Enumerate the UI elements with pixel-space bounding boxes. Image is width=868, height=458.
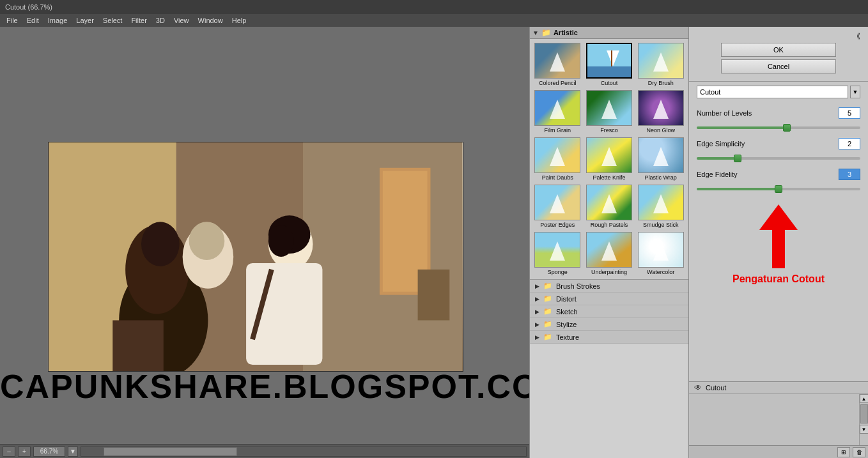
filter-panel-header: ▼ 📁 Artistic [530,27,688,39]
filter-label-underpainting: Underpainting [591,269,627,275]
settings-panel: ⟪ OK Cancel Cutout ▼ Number of Levels 5 [689,27,868,458]
filter-thumb-paint-daubs [534,137,580,173]
filter-fresco[interactable]: Fresco [584,89,635,135]
filter-cutout[interactable]: Cutout [584,42,635,88]
scroll-thumb[interactable] [860,404,868,424]
ok-button[interactable]: OK [721,43,836,57]
layer-action-button-1[interactable]: ⊞ [837,447,850,457]
number-of-levels-thumb[interactable] [783,124,791,132]
collapse-button[interactable]: ▼ [532,29,539,36]
menu-bar: File Edit Image Layer Select Filter 3D V… [0,14,868,27]
filter-label-plastic-wrap: Plastic Wrap [644,174,676,181]
category-sketch[interactable]: ▶ 📁 Sketch [530,305,688,318]
menu-layer[interactable]: Layer [72,15,98,26]
sail-icon-palette-knife [601,147,617,166]
sail-icon [550,52,565,72]
menu-view[interactable]: View [170,15,193,26]
category-label-stylize: Stylize [556,321,577,328]
distort-arrow: ▶ [535,296,539,302]
zoom-dropdown[interactable]: ▼ [68,447,78,457]
number-of-levels-slider[interactable] [697,126,860,129]
filter-thumb-colored-pencil [534,43,580,79]
menu-filter[interactable]: Filter [127,15,150,26]
category-label-sketch: Sketch [556,308,578,316]
svg-rect-16 [418,270,450,321]
dropdown-arrow[interactable]: ▼ [850,86,860,98]
menu-window[interactable]: Window [194,15,227,26]
svg-point-12 [268,225,294,257]
filter-paint-daubs[interactable]: Paint Daubs [532,136,583,182]
layer-eye-icon[interactable]: 👁 [694,383,702,392]
filter-label-film-grain: Film Grain [545,127,571,134]
edge-fidelity-value[interactable]: 3 [839,169,860,180]
edge-fidelity-track [697,188,860,190]
category-brush-strokes[interactable]: ▶ 📁 Brush Strokes [530,280,688,293]
filter-label-paint-daubs: Paint Daubs [542,174,573,181]
filter-film-grain[interactable]: Film Grain [532,89,583,135]
stylize-arrow: ▶ [535,321,539,328]
filter-watercolor[interactable]: Watercolor [635,231,686,277]
edge-simplicity-value[interactable]: 2 [839,138,860,149]
edge-simplicity-thumb[interactable] [734,155,741,162]
edge-fidelity-slider[interactable] [697,188,860,190]
menu-image[interactable]: Image [44,15,72,26]
filter-label-fresco: Fresco [600,127,618,134]
zoom-plus-button[interactable]: + [18,447,31,457]
scroll-up-button[interactable]: ▲ [860,394,869,403]
layer-content: ▲ ▼ [689,394,868,445]
category-stylize[interactable]: ▶ 📁 Stylize [530,318,688,331]
edge-simplicity-slider[interactable] [697,157,860,160]
menu-file[interactable]: File [3,15,22,26]
settings-dropdown-row: Cutout ▼ [689,82,868,102]
sketch-folder-icon: 📁 [543,307,552,316]
filter-panel-title: Artistic [554,29,578,36]
stylize-folder-icon: 📁 [543,320,552,328]
filter-rough-pastels[interactable]: Rough Pastels [584,183,635,229]
filter-label-watercolor: Watercolor [647,269,674,275]
filter-label-dry-brush: Dry Brush [648,80,674,86]
svg-point-8 [141,222,180,266]
filter-label-colored-pencil: Colored Pencil [539,80,577,86]
filter-underpainting[interactable]: Underpainting [584,231,635,277]
menu-3d[interactable]: 3D [152,15,169,26]
menu-select[interactable]: Select [99,15,127,26]
edge-simplicity-row: Edge Simplicity 2 [697,138,860,149]
menu-help[interactable]: Help [228,15,251,26]
edge-simplicity-label: Edge Simplicity [697,140,773,148]
filter-select-display[interactable]: Cutout [697,86,848,98]
panel-collapse-arrow[interactable]: ⟪ [856,32,860,40]
category-texture[interactable]: ▶ 📁 Texture [530,331,688,344]
filter-plastic-wrap[interactable]: Plastic Wrap [635,136,686,182]
zoom-minus-button[interactable]: – [3,447,15,457]
layer-action-button-2[interactable]: 🗑 [853,447,865,457]
filter-colored-pencil[interactable]: Colored Pencil [532,42,583,88]
arrow-shaft-icon [772,230,785,268]
filter-neon-glow[interactable]: Neon Glow [635,89,686,135]
filter-thumb-smudge-stick [638,185,684,220]
filter-label-palette-knife: Palette Knife [593,174,625,181]
edge-fidelity-thumb[interactable] [775,185,782,193]
filter-sponge[interactable]: Sponge [532,231,583,277]
svg-rect-21 [611,50,612,66]
distort-folder-icon: 📁 [543,294,552,303]
cancel-button[interactable]: Cancel [721,59,836,73]
menu-edit[interactable]: Edit [23,15,43,26]
cutout-image [49,142,463,371]
filter-poster-edges[interactable]: Poster Edges [532,183,583,229]
filter-thumb-neon-glow [638,90,684,126]
number-of-levels-value[interactable]: 5 [839,107,860,119]
arrow-head-icon [759,204,798,230]
scroll-down-button[interactable]: ▼ [860,425,869,434]
layer-panel-bottom: ⊞ 🗑 [689,445,868,458]
sail-icon-rough-pastels [601,194,617,213]
sail-icon-smudge-stick [653,194,669,213]
horizontal-scrollbar[interactable] [81,447,527,457]
brush-strokes-folder-icon: 📁 [543,282,552,290]
category-distort[interactable]: ▶ 📁 Distort [530,293,688,305]
sail-icon-poster-edges [550,194,565,213]
filter-dry-brush[interactable]: Dry Brush [635,42,686,88]
filter-palette-knife[interactable]: Palette Knife [584,136,635,182]
folder-icon: 📁 [541,28,551,37]
sail-icon-dry-brush [653,52,669,72]
filter-smudge-stick[interactable]: Smudge Stick [635,183,686,229]
